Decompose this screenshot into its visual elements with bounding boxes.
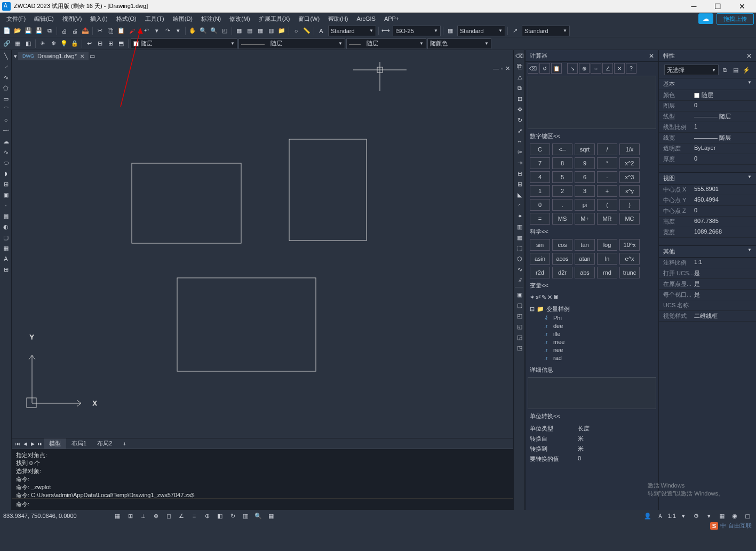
block-icon-draw[interactable]: ▣ [1,190,11,199]
group-other[interactable]: 其他▼ [659,245,756,258]
calc-key-/[interactable]: / [597,143,617,155]
chamfer-icon[interactable]: ◣ [515,190,524,199]
close-tab-icon[interactable]: ✕ [80,53,84,59]
props-close-icon[interactable]: ✕ [746,52,752,60]
prop-row[interactable]: 颜色随层 [659,90,756,101]
maximize-button[interactable]: ☐ [706,1,730,12]
break-icon[interactable]: ⊟ [515,169,524,178]
layeriso-icon[interactable]: ☀ [38,39,47,49]
calc-key-8[interactable]: 8 [552,157,572,169]
calc-key-MC[interactable]: MC [619,213,640,225]
calc-key-d2r[interactable]: d2r [552,267,572,278]
prop-row[interactable]: 线型比例1 [659,122,756,133]
save-icon[interactable]: 💾 [23,26,33,36]
circle-icon[interactable]: ○ [291,26,301,36]
polar-toggle[interactable]: ⊛ [150,511,161,521]
order-text-icon[interactable]: ◲ [515,332,524,342]
grid-toggle[interactable]: ⊞ [125,511,136,521]
document-tab[interactable]: DWG Drawing1.dwg* ✕ [18,52,89,60]
scale-icon[interactable]: ⤢ [515,126,524,135]
erase-icon[interactable]: ⌫ [515,51,524,61]
var-dee[interactable]: 𝑥dee [545,322,654,330]
line-icon[interactable]: ╲ [1,51,11,61]
prop-row[interactable]: 在原点显...是 [659,279,756,290]
rect-icon[interactable]: ▭ [1,94,11,103]
compare-icon[interactable]: ⧉ [45,26,54,36]
layerwalk-icon[interactable]: ⊞ [106,39,115,49]
props-quick-icon[interactable]: ▤ [731,66,740,74]
calc-x-icon[interactable]: ✕ [614,63,625,74]
layout-first-icon[interactable]: ⏮ [14,440,21,448]
var-nee[interactable]: 𝑥nee [545,346,654,354]
prop-row[interactable]: 图层0 [659,101,756,111]
viewport-close-icon[interactable]: ✕ [505,65,510,72]
prop-row[interactable]: 中心点 Z0 [659,206,756,217]
menu-view[interactable]: 视图(V) [58,14,86,24]
order-back-icon[interactable]: ▢ [515,300,524,310]
measure-icon[interactable]: 📏 [302,26,312,36]
zoomwin-icon[interactable]: ◰ [220,26,229,36]
prop-row[interactable]: 线型———— 随层 [659,111,756,122]
calc-key-x^3[interactable]: x^3 [619,171,640,183]
anno-vis-icon[interactable]: 👤 [642,511,653,521]
hardware-icon[interactable]: ▦ [717,511,727,521]
calc-key-log[interactable]: log [597,239,617,251]
spline-icon[interactable]: 〰 [1,126,11,135]
offset-icon[interactable]: ⧉ [515,83,524,93]
linetype-combo[interactable]: ———— 随层▼ [238,38,345,49]
dimstyle-icon[interactable]: ⟷ [381,26,391,36]
circle-icon-draw[interactable]: ○ [1,115,11,125]
calc-key-.[interactable]: . [552,199,572,211]
calc-key-7[interactable]: 7 [530,157,550,169]
calc-help-icon[interactable]: ? [626,63,636,74]
calc-key-0[interactable]: 0 [530,199,550,211]
layout-add-tab[interactable]: + [117,440,131,448]
props-icon[interactable]: ▤ [245,26,254,36]
anno-scale[interactable]: 1:1 [668,513,676,519]
prop-row[interactable]: 中心点 Y450.4994 [659,195,756,206]
calc-key-abs[interactable]: abs [575,267,595,278]
calc-key-x^2[interactable]: x^2 [619,157,640,169]
calc-key-=[interactable]: = [530,213,550,225]
ellipsearc-icon[interactable]: ◗ [1,169,11,178]
viewport-max-icon[interactable]: ▫ [501,65,503,72]
var-ille[interactable]: 𝑥ille [545,330,654,338]
calc-angle-icon[interactable]: ∠ [602,63,613,74]
new-icon[interactable]: 📄 [2,26,12,36]
calc-key-acos[interactable]: acos [552,253,572,265]
menu-window[interactable]: 窗口(W) [294,14,324,24]
anno-auto-icon[interactable]: Ａ [655,511,666,521]
redo-dd-icon[interactable]: ▾ [173,26,183,36]
calc-key-9[interactable]: 9 [575,157,595,169]
layerlock-icon[interactable]: 🔒 [70,39,79,49]
stretch-icon[interactable]: ↔ [515,137,524,146]
var-newf-icon[interactable]: x² [536,294,540,300]
model-toggle[interactable]: ▥ [240,511,251,521]
layermatch-icon[interactable]: ⬒ [116,39,126,49]
calc-key-atan[interactable]: atan [575,253,595,265]
calc-key-M+[interactable]: M+ [575,213,595,225]
zoomprev-icon[interactable]: 🔍 [209,26,219,36]
splinedit-icon[interactable]: ∿ [515,265,524,274]
calc-key-3[interactable]: 3 [575,185,595,197]
print-icon[interactable]: 🖨 [59,26,69,36]
props-flash-icon[interactable]: ⚡ [742,66,751,74]
arc-icon[interactable]: ⌒ [1,105,11,114]
order-under-icon[interactable]: ◱ [515,322,524,331]
menu-modify[interactable]: 修改(M) [225,14,254,24]
prop-row[interactable]: 线宽———— 随层 [659,133,756,143]
menu-insert[interactable]: 插入(I) [86,14,112,24]
calc-get-icon[interactable]: ↘ [567,63,578,74]
undo-icon[interactable]: ↶ [141,26,151,36]
props-selector[interactable]: 无选择▼ [664,65,719,75]
sci-section[interactable]: 科学<< [526,226,658,238]
prop-row[interactable]: 打开 UCS...是 [659,268,756,279]
zoom-icon[interactable]: 🔍 [198,26,208,36]
menu-extend[interactable]: 扩展工具(X) [254,14,295,24]
tablestyle-combo[interactable]: Standard▼ [457,26,505,36]
calc-key-2[interactable]: 2 [552,185,572,197]
calc-paste-icon[interactable]: 📋 [551,63,562,74]
calc-key-pi[interactable]: pi [575,199,595,211]
calc-key-*[interactable]: * [597,157,617,169]
cycling-toggle[interactable]: ↻ [227,511,238,521]
